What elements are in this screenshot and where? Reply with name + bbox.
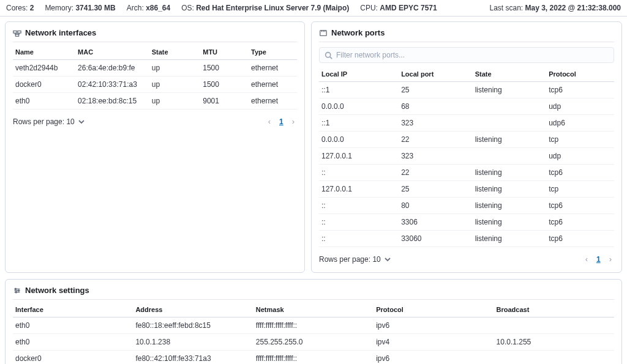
cell-protocol: tcp6 [546,198,614,214]
col-broadcast[interactable]: Broadcast [494,302,614,318]
col-address[interactable]: Address [133,302,253,318]
table-row[interactable]: 127.0.0.125listeningtcp [319,181,614,198]
col-state[interactable]: State [149,45,201,60]
table-footer: Rows per page: 10 ‹ 1 › [319,247,614,265]
cpu-value: AMD EPYC 7571 [380,4,437,12]
cell-mtu: 9001 [200,93,249,110]
cell-protocol: tcp6 [546,231,614,247]
interfaces-table: Name MAC State MTU Type veth2d2944b26:6a… [13,45,297,110]
table-row[interactable]: eth0fe80::18:eeff:febd:8c15ffff:ffff:fff… [13,318,614,334]
rows-per-page[interactable]: Rows per page: 10 [319,255,391,264]
col-state[interactable]: State [473,67,547,82]
cell-protocol: tcp [546,132,614,148]
search-icon [325,51,332,59]
cell-protocol: ipv4 [374,334,494,351]
last-scan: Last scan: May 3, 2022 @ 21:32:38.000 [489,4,621,12]
prev-page[interactable]: ‹ [266,116,273,127]
os-label: OS: [181,4,194,12]
ports-icon [319,29,328,37]
pager: ‹ 1 › [583,253,614,265]
table-row[interactable]: veth2d2944b26:6a:4e:de:b9:feup1500ethern… [13,60,297,76]
cell-state [473,148,547,165]
table-row[interactable]: ::1323udp6 [319,115,614,132]
table-row[interactable]: 127.0.0.1323udp [319,148,614,165]
table-row[interactable]: ::125listeningtcp6 [319,82,614,98]
memory-value: 3741.30 MB [75,4,115,12]
rows-per-page-label: Rows per page: 10 [319,255,381,264]
col-mtu[interactable]: MTU [200,45,249,60]
table-row[interactable]: 0.0.0.022listeningtcp [319,132,614,148]
cell-name: docker0 [13,76,75,93]
col-type[interactable]: Type [249,45,297,60]
table-row[interactable]: docker0fe80::42:10ff:fe33:71a3ffff:ffff:… [13,351,614,365]
cell-netmask: ffff:ffff:ffff:ffff:: [253,318,374,334]
svg-rect-0 [13,31,17,33]
arch-label: Arch: [127,4,144,12]
cell-state: listening [473,181,547,198]
table-row[interactable]: ::33060listeningtcp6 [319,231,614,247]
cell-local_ip: ::1 [319,82,399,98]
cell-state: listening [473,165,547,181]
col-local-port[interactable]: Local port [399,67,473,82]
col-name[interactable]: Name [13,45,75,60]
table-row[interactable]: eth010.0.1.238255.255.255.0ipv410.0.1.25… [13,334,614,351]
os: OS: Red Hat Enterprise Linux Server 7.9 … [181,4,349,12]
page-number[interactable]: 1 [277,116,286,127]
cell-local_port: 25 [399,181,473,198]
panel-title: Network settings [13,286,614,300]
col-local-ip[interactable]: Local IP [319,67,399,82]
svg-rect-1 [18,31,21,33]
cell-protocol: ipv6 [374,351,494,365]
svg-point-4 [326,52,331,57]
panel-title: Network interfaces [13,28,297,42]
cell-protocol: udp [546,148,614,165]
next-page[interactable]: › [607,253,614,265]
cell-protocol: tcp [546,181,614,198]
cpu-label: CPU: [360,4,378,12]
table-row[interactable]: ::22listeningtcp6 [319,165,614,181]
cores-label: Cores: [6,4,28,12]
cell-local_port: 323 [399,148,473,165]
cell-local_port: 25 [399,82,473,98]
table-row[interactable]: docker002:42:10:33:71:a3up1500ethernet [13,76,297,93]
table-row[interactable]: ::80listeningtcp6 [319,198,614,214]
rows-per-page-label: Rows per page: 10 [13,117,75,126]
cell-local_ip: 0.0.0.0 [319,132,399,148]
cell-local_ip: :: [319,165,399,181]
cell-state [473,115,547,132]
cell-local_port: 3306 [399,214,473,231]
col-mac[interactable]: MAC [75,45,149,60]
cell-state: listening [473,82,547,98]
col-protocol[interactable]: Protocol [546,67,614,82]
page-number[interactable]: 1 [594,254,603,265]
prev-page[interactable]: ‹ [583,253,590,265]
table-row[interactable]: eth002:18:ee:bd:8c:15up9001ethernet [13,93,297,110]
cell-protocol: tcp6 [546,82,614,98]
col-protocol[interactable]: Protocol [374,302,494,318]
cell-type: ethernet [249,60,297,76]
cell-local_port: 68 [399,98,473,115]
cell-mtu: 1500 [200,60,249,76]
last-scan-label: Last scan: [489,4,523,12]
cell-local_port: 22 [399,165,473,181]
pager: ‹ 1 › [266,116,297,127]
cell-netmask: 255.255.255.0 [253,334,374,351]
cell-mac: 02:18:ee:bd:8c:15 [75,93,149,110]
network-ports-panel: Network ports Filter network ports... Lo… [311,21,622,273]
cell-protocol: udp6 [546,115,614,132]
next-page[interactable]: › [290,116,297,127]
col-netmask[interactable]: Netmask [253,302,374,318]
table-row[interactable]: 0.0.0.068udp [319,98,614,115]
cell-state: up [149,76,201,93]
cell-broadcast: 10.0.1.255 [494,334,614,351]
cell-interface: eth0 [13,334,133,351]
svg-point-5 [15,288,16,289]
table-row[interactable]: ::3306listeningtcp6 [319,214,614,231]
cell-local_port: 80 [399,198,473,214]
ports-filter-input[interactable]: Filter network ports... [319,47,614,63]
rows-per-page[interactable]: Rows per page: 10 [13,117,85,126]
col-interface[interactable]: Interface [13,302,133,318]
network-interfaces-panel: Network interfaces Name MAC State MTU Ty… [5,21,305,273]
chevron-down-icon [384,256,391,263]
cell-mac: 02:42:10:33:71:a3 [75,76,149,93]
